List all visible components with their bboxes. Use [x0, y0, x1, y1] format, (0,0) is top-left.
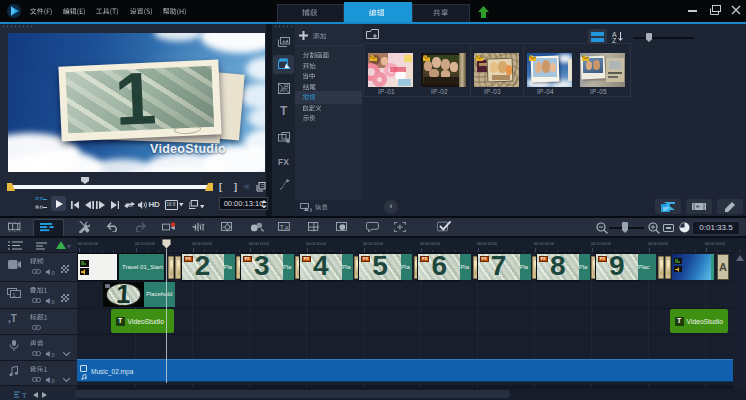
svg-text:1: 1 [13, 292, 16, 298]
svg-text:T: T [22, 391, 27, 398]
svg-text:0: 0 [52, 378, 55, 384]
svg-text:A: A [285, 225, 289, 231]
svg-text:0: 0 [52, 352, 55, 358]
svg-text:0: 0 [52, 299, 55, 305]
svg-text:T: T [280, 224, 284, 231]
svg-text:0: 0 [52, 270, 55, 276]
